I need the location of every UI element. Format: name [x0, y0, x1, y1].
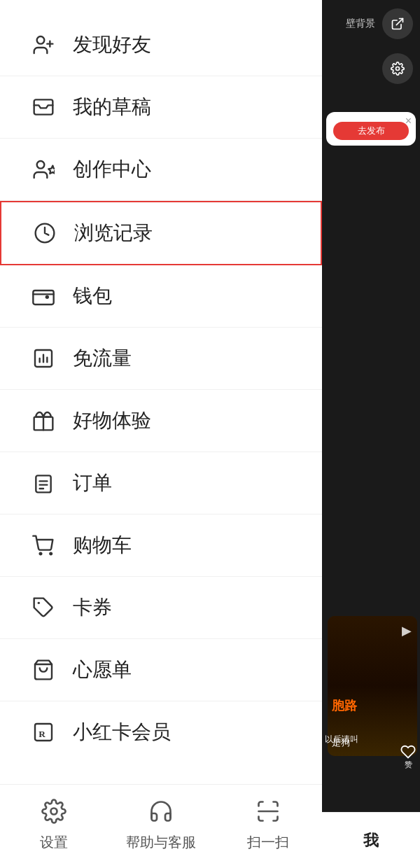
tag-icon: [28, 592, 59, 623]
publish-button[interactable]: 去发布: [333, 122, 409, 140]
sidebar-item-label: 好物体验: [73, 407, 151, 434]
sidebar-item-wishlist[interactable]: 心愿单: [0, 639, 322, 701]
sidebar-item-label: 我的草稿: [73, 94, 151, 120]
sidebar-item-shopping-cart[interactable]: 购物车: [0, 514, 322, 577]
video-overlay-text: 胞路: [332, 697, 357, 714]
notification-close[interactable]: ×: [405, 115, 412, 127]
sidebar-item-free-traffic[interactable]: 免流量: [0, 328, 322, 390]
sidebar-item-find-friends[interactable]: 发现好友: [0, 14, 322, 76]
sidebar-item-drafts[interactable]: 我的草稿: [0, 76, 322, 139]
svg-rect-6: [33, 290, 53, 304]
sidebar-item-label: 免流量: [73, 345, 132, 372]
play-icon: ▶: [402, 623, 412, 638]
sidebar-item-label: 卡券: [73, 594, 112, 621]
scan-label: 扫一扫: [247, 833, 289, 852]
right-top-bar: 壁背景: [322, 0, 420, 48]
sidebar-item-label: 钱包: [73, 283, 112, 309]
sidebar-item-label: 浏览记录: [74, 220, 153, 246]
toolbar-settings[interactable]: 设置: [0, 794, 107, 852]
toolbar-scan[interactable]: 扫一扫: [215, 794, 322, 852]
user-star-icon: [28, 154, 59, 185]
like-label: 赞: [405, 760, 412, 770]
svg-point-26: [396, 67, 400, 71]
gift-icon: [28, 405, 59, 436]
sidebar-item-label: 心愿单: [73, 657, 132, 683]
right-bottom-nav: 我: [322, 812, 420, 868]
sidebar-item-orders[interactable]: 订单: [0, 452, 322, 514]
svg-point-18: [50, 553, 52, 555]
inbox-icon: [28, 92, 59, 122]
sidebar-item-label: 购物车: [73, 532, 132, 559]
user-plus-icon: [28, 29, 59, 60]
sidebar-item-wallet[interactable]: 钱包: [0, 265, 322, 328]
svg-point-23: [50, 808, 57, 815]
sidebar-item-label: 订单: [73, 470, 112, 496]
notification-card: × 去发布: [326, 112, 416, 146]
sidebar-item-label: 创作中心: [73, 156, 151, 183]
svg-rect-13: [36, 475, 50, 492]
right-panel: 壁背景 × 去发布: [322, 0, 420, 868]
bag-icon: [28, 654, 59, 685]
svg-rect-3: [34, 99, 53, 114]
menu-list: 发现好友 我的草稿: [0, 0, 322, 784]
svg-line-25: [396, 19, 402, 25]
bar-chart-icon: [28, 343, 59, 374]
sidebar-item-good-stuff[interactable]: 好物体验: [0, 390, 322, 452]
sidebar-item-browse-history[interactable]: 浏览记录: [1, 202, 321, 264]
svg-point-0: [37, 36, 45, 44]
scan-icon: [251, 794, 286, 829]
toolbar-help[interactable]: 帮助与客服: [107, 794, 214, 852]
cart-icon: [28, 530, 59, 561]
share-button[interactable]: [382, 8, 413, 39]
bottom-nav-label: 我: [363, 830, 379, 851]
headset-icon: [144, 794, 178, 829]
redcard-icon: R: [28, 717, 59, 748]
clock-icon: [29, 218, 60, 248]
sidebar-item-label: 发现好友: [73, 31, 151, 58]
main-container: 发现好友 我的草稿: [0, 0, 420, 868]
sidebar-item-creation-center[interactable]: 创作中心: [0, 139, 322, 201]
svg-text:R: R: [38, 729, 46, 739]
clipboard-icon: [28, 468, 59, 498]
wallpaper-label: 壁背景: [346, 18, 375, 30]
help-label: 帮助与客服: [126, 833, 196, 852]
settings-label: 设置: [40, 833, 68, 852]
sidebar-item-label: 小红卡会员: [73, 719, 171, 746]
svg-point-17: [40, 553, 42, 555]
menu-panel: 发现好友 我的草稿: [0, 0, 322, 868]
svg-point-4: [37, 161, 45, 169]
sidebar-item-coupons[interactable]: 卡券: [0, 577, 322, 639]
bottom-toolbar: 设置 帮助与客服: [0, 784, 322, 868]
settings-button-right[interactable]: [382, 53, 413, 84]
wallet-icon: [28, 281, 59, 312]
video-bottom-text: 以后请叫: [325, 734, 358, 746]
sidebar-item-browse-history-wrapper: 浏览记录: [0, 201, 322, 265]
sidebar-item-redcard[interactable]: R 小红卡会员: [0, 701, 322, 763]
gear-icon: [36, 794, 71, 829]
like-button[interactable]: 赞: [400, 744, 416, 770]
